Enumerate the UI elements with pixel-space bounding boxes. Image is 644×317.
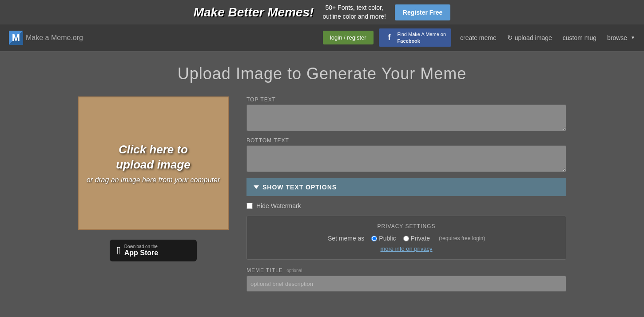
logo-text: Make a Meme.org [26,34,83,42]
public-radio[interactable] [371,236,377,241]
browse-link[interactable]: browse ▼ [607,34,635,41]
privacy-options: Set meme as Public Private (requires fre… [254,235,559,242]
hide-watermark-label: Hide Watermark [256,202,301,209]
top-text-field-group: TOP TEXT [246,96,566,133]
app-store-name: App Store [124,249,158,257]
private-radio-option[interactable]: Private [403,235,430,242]
hide-watermark-checkbox[interactable] [246,203,253,209]
page-title: Upload Image to Generate Your Meme [18,64,626,83]
create-meme-link[interactable]: create meme [460,34,497,41]
requires-note: (requires free login) [439,235,485,241]
register-button[interactable]: Register Free [395,4,450,20]
public-label: Public [379,235,396,242]
app-store-text: Download on the App Store [124,244,158,257]
facebook-link[interactable]: f Find Make A Meme onFacebook [379,28,451,47]
bottom-text-label: BOTTOM TEXT [246,137,566,144]
meme-title-optional: OPTIONAL [286,268,302,273]
upload-icon: ↻ [507,34,513,41]
privacy-title: PRIVACY SETTINGS [254,223,559,229]
private-radio[interactable] [403,236,409,241]
show-text-options-button[interactable]: SHOW TEXT OPTIONS [246,178,566,196]
facebook-icon: f [384,32,395,43]
banner-subtitle: 50+ Fonts, text color,outline color and … [322,4,386,21]
meme-title-section: MEME TITLE OPTIONAL [246,266,566,292]
show-text-options-label: SHOW TEXT OPTIONS [262,184,337,191]
private-label: Private [411,235,430,242]
logo-tld: .org [71,34,83,41]
facebook-text: Find Make A Meme onFacebook [398,31,446,44]
logo-icon: M [9,31,23,45]
main-content: Upload Image to Generate Your Meme Click… [0,51,644,305]
upload-image-box[interactable]: Click here toupload image or drag an ima… [78,96,229,230]
public-radio-option[interactable]: Public [371,235,396,242]
meme-title-input[interactable] [246,276,566,292]
chevron-down-icon: ▼ [631,35,635,40]
chevron-down-icon [254,185,259,189]
right-panel: TOP TEXT BOTTOM TEXT SHOW TEXT OPTIONS H… [246,96,566,292]
content-area: Click here toupload image or drag an ima… [78,96,566,292]
nav-links: create meme ↻ upload image custom mug br… [460,34,635,42]
watermark-row: Hide Watermark [246,201,566,211]
upload-image-link[interactable]: ↻ upload image [507,34,552,42]
privacy-settings-box: PRIVACY SETTINGS Set meme as Public Priv… [246,216,566,260]
app-store-button[interactable]:  Download on the App Store [109,239,198,262]
logo-area: M Make a Meme.org [9,31,83,45]
top-banner: Make Better Memes! 50+ Fonts, text color… [0,0,644,24]
logo-letter: M [12,32,20,44]
upload-box-main-text: Click here toupload image [116,142,191,173]
upload-box-sub-text: or drag an image here from your computer [87,176,220,184]
top-text-label: TOP TEXT [246,96,566,103]
banner-title: Make Better Memes! [194,5,314,20]
meme-title-label-row: MEME TITLE OPTIONAL [246,266,566,274]
login-register-button[interactable]: login / register [323,31,374,44]
app-store-label: Download on the [124,244,158,249]
privacy-link[interactable]: more info on privacy [254,245,559,252]
top-text-input[interactable] [246,104,566,131]
bottom-text-field-group: BOTTOM TEXT [246,137,566,174]
apple-icon:  [117,245,121,257]
set-meme-as-label: Set meme as [328,235,364,242]
custom-mug-link[interactable]: custom mug [563,34,596,41]
left-panel: Click here toupload image or drag an ima… [78,96,229,262]
meme-title-label: MEME TITLE [246,267,283,273]
bottom-text-input[interactable] [246,145,566,172]
navbar: M Make a Meme.org login / register f Fin… [0,24,644,51]
